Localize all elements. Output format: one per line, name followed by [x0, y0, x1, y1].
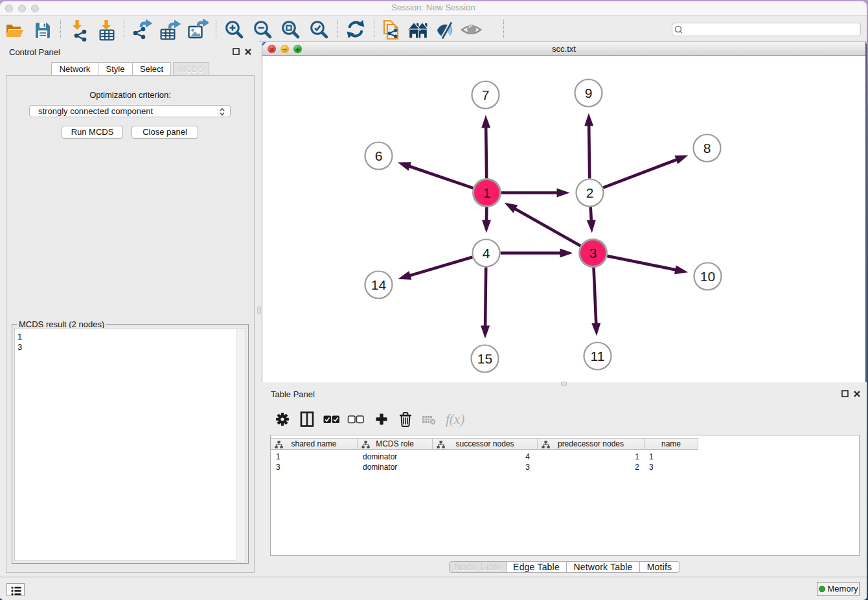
svg-text:f(x): f(x) — [446, 411, 464, 427]
svg-text:4: 4 — [483, 246, 490, 260]
svg-text:1: 1 — [483, 185, 491, 200]
svg-text:9: 9 — [585, 86, 593, 100]
svg-text:15: 15 — [477, 351, 492, 366]
svg-text:8: 8 — [703, 141, 711, 156]
svg-text:11: 11 — [591, 349, 605, 363]
svg-text:7: 7 — [482, 87, 490, 102]
svg-text:14: 14 — [371, 277, 387, 292]
svg-text:3: 3 — [589, 246, 597, 260]
svg-text:6: 6 — [375, 148, 383, 163]
svg-text:10: 10 — [700, 269, 715, 284]
svg-text:2: 2 — [586, 185, 594, 200]
